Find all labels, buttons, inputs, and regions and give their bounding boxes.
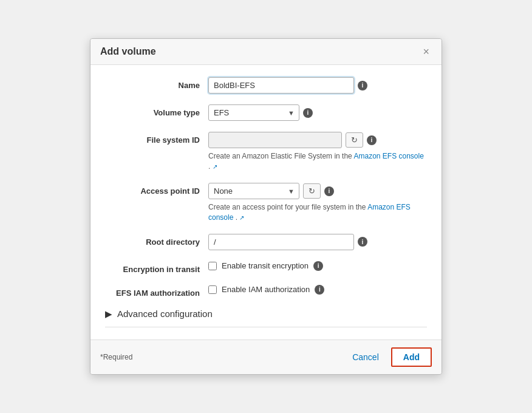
access-point-refresh-button[interactable]: ↻ [303,183,321,199]
divider [105,327,427,327]
access-point-label: Access point ID [105,183,208,196]
volume-type-select[interactable]: EFS EBS Bind mount [208,104,299,121]
add-button[interactable]: Add [391,347,432,367]
encryption-label: Encryption in transit [105,261,208,274]
filesystem-id-label: File system ID [105,132,208,145]
filesystem-id-external-icon: ↗ [213,163,217,170]
name-input[interactable] [208,77,354,94]
volume-type-select-wrap: EFS EBS Bind mount ▼ [208,104,299,121]
access-point-select-wrap: None ▼ [208,183,299,199]
advanced-configuration-row[interactable]: ▶ Advanced configuration [105,309,427,319]
encryption-row: Encryption in transit Enable transit enc… [105,261,427,274]
filesystem-id-control-row: ↻ i [208,132,427,148]
filesystem-id-helper: Create an Amazon Elastic File System in … [208,151,427,172]
iam-label: EFS IAM authorization [105,285,208,298]
encryption-checkbox[interactable] [208,262,217,270]
volume-type-label: Volume type [105,104,208,117]
encryption-info-icon: i [313,261,323,271]
name-info-icon: i [358,81,367,90]
advanced-chevron-icon: ▶ [105,309,112,319]
volume-type-control-wrap: EFS EBS Bind mount ▼ i [208,104,427,121]
iam-checkbox-label: Enable IAM authorization [222,285,310,294]
name-control-row: i [208,77,427,94]
root-directory-label: Root directory [105,234,208,247]
dialog-title: Add volume [100,46,156,57]
access-point-control-row: None ▼ ↻ i [208,183,427,199]
filesystem-id-input[interactable] [208,132,342,148]
volume-type-row: Volume type EFS EBS Bind mount ▼ i [105,104,427,121]
access-point-select[interactable]: None [208,183,299,199]
encryption-control-wrap: Enable transit encryption i [208,261,427,271]
volume-type-info-icon: i [303,108,313,118]
iam-control-wrap: Enable IAM authorization i [208,285,427,295]
access-point-info-icon: i [324,186,334,196]
dialog-body: Name i Volume type EFS EBS Bind mount [90,65,442,339]
dialog-footer: *Required Cancel Add [90,340,442,374]
name-control-wrap: i [208,77,427,94]
access-point-row: Access point ID None ▼ ↻ i Create an acc… [105,183,427,223]
iam-checkbox[interactable] [208,285,217,294]
close-button[interactable]: × [420,46,432,57]
iam-info-icon: i [315,285,324,295]
add-volume-dialog: Add volume × Name i Volume type EFS [90,38,442,374]
iam-row: EFS IAM authorization Enable IAM authori… [105,285,427,298]
name-label: Name [105,77,208,90]
cancel-button[interactable]: Cancel [346,349,385,366]
filesystem-id-console-link[interactable]: Amazon EFS console [353,152,423,160]
access-point-external-icon: ↗ [239,214,244,221]
filesystem-id-control-wrap: ↻ i Create an Amazon Elastic File System… [208,132,427,172]
encryption-checkbox-label: Enable transit encryption [222,261,309,270]
filesystem-id-info-icon: i [367,135,377,145]
access-point-helper: Create an access point for your file sys… [208,202,427,223]
required-text: *Required [100,353,132,361]
filesystem-id-refresh-button[interactable]: ↻ [346,132,363,148]
dialog-header: Add volume × [90,39,442,65]
root-directory-control-row: i [208,234,427,250]
iam-control-row: Enable IAM authorization i [208,285,427,295]
access-point-control-wrap: None ▼ ↻ i Create an access point for yo… [208,183,427,223]
root-directory-row: Root directory i [105,234,427,250]
advanced-label: Advanced configuration [117,309,213,319]
advanced-toggle-button[interactable]: ▶ [105,309,112,319]
root-directory-info-icon: i [358,237,367,247]
encryption-control-row: Enable transit encryption i [208,261,427,271]
volume-type-control-row: EFS EBS Bind mount ▼ i [208,104,427,121]
name-row: Name i [105,77,427,94]
root-directory-input[interactable] [208,234,354,250]
root-directory-control-wrap: i [208,234,427,250]
footer-buttons: Cancel Add [346,347,432,367]
filesystem-id-row: File system ID ↻ i Create an Amazon Elas… [105,132,427,172]
